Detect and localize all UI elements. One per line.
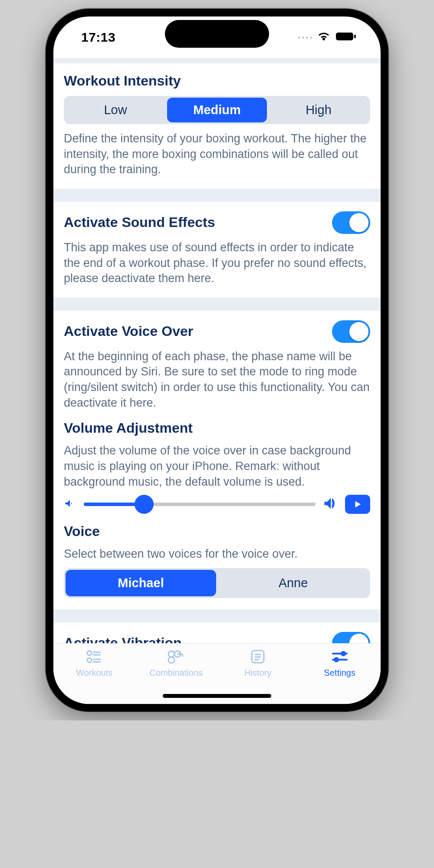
- tab-settings[interactable]: Settings: [299, 648, 381, 704]
- svg-point-10: [168, 657, 174, 663]
- volume-low-icon: [64, 497, 76, 511]
- tab-history-label: History: [217, 668, 299, 678]
- intensity-option-low[interactable]: Low: [66, 98, 165, 122]
- intensity-segmented[interactable]: Low Medium High: [64, 96, 370, 124]
- workouts-icon: [53, 648, 135, 665]
- home-indicator[interactable]: [163, 694, 271, 698]
- svg-rect-1: [354, 35, 356, 38]
- sound-effects-desc: This app makes use of sound effects in o…: [64, 240, 370, 286]
- phone-frame: 17:13 Workout Intensity Low Medium High: [46, 9, 388, 712]
- svg-point-8: [168, 651, 174, 657]
- volume-high-icon: [323, 496, 337, 512]
- intensity-option-medium[interactable]: Medium: [167, 98, 267, 122]
- dynamic-island: [165, 20, 269, 48]
- svg-rect-0: [336, 33, 353, 40]
- intensity-option-high[interactable]: High: [269, 98, 368, 122]
- voice-over-toggle[interactable]: [332, 320, 370, 343]
- tab-workouts-label: Workouts: [53, 668, 135, 678]
- settings-icon: [299, 648, 381, 665]
- voice-over-title: Activate Voice Over: [64, 323, 193, 339]
- voice-title: Voice: [64, 523, 370, 539]
- battery-icon: [335, 30, 356, 45]
- cellular-dots-icon: [298, 36, 312, 39]
- vibration-toggle[interactable]: [332, 632, 370, 643]
- combinations-icon: [135, 648, 217, 665]
- volume-preview-button[interactable]: [345, 495, 370, 514]
- history-icon: [217, 648, 299, 665]
- voice-over-desc: At the beginning of each phase, the phas…: [64, 349, 370, 411]
- voice-desc: Select between two voices for the voice …: [64, 546, 370, 562]
- svg-point-2: [87, 651, 92, 655]
- tab-settings-label: Settings: [299, 668, 381, 678]
- tab-workouts[interactable]: Workouts: [53, 648, 135, 704]
- svg-point-18: [334, 657, 339, 662]
- voice-option-michael[interactable]: Michael: [66, 570, 216, 596]
- volume-slider[interactable]: [84, 503, 316, 506]
- svg-point-16: [341, 651, 346, 656]
- sound-effects-section: Activate Sound Effects This app makes us…: [53, 202, 381, 298]
- intensity-title: Workout Intensity: [64, 73, 370, 89]
- voice-option-anne[interactable]: Anne: [218, 570, 368, 596]
- voice-over-section: Activate Voice Over At the beginning of …: [53, 311, 381, 609]
- intensity-section: Workout Intensity Low Medium High Define…: [53, 63, 381, 189]
- vibration-section: Activate Vibration This app makes use of…: [53, 622, 381, 643]
- vibration-title: Activate Vibration: [64, 635, 181, 643]
- voice-segmented[interactable]: Michael Anne: [64, 568, 370, 598]
- volume-title: Volume Adjustment: [64, 420, 370, 436]
- sound-effects-toggle[interactable]: [332, 211, 370, 234]
- sound-effects-title: Activate Sound Effects: [64, 214, 215, 230]
- settings-scroll[interactable]: Workout Intensity Low Medium High Define…: [53, 58, 381, 643]
- wifi-icon: [317, 30, 330, 45]
- tab-combinations-label: Combinations: [135, 668, 217, 678]
- svg-point-3: [87, 658, 92, 662]
- status-time: 17:13: [81, 30, 115, 45]
- intensity-desc: Define the intensity of your boxing work…: [64, 131, 370, 178]
- screen: 17:13 Workout Intensity Low Medium High: [53, 16, 381, 704]
- volume-desc: Adjust the volume of the voice over in c…: [64, 443, 370, 490]
